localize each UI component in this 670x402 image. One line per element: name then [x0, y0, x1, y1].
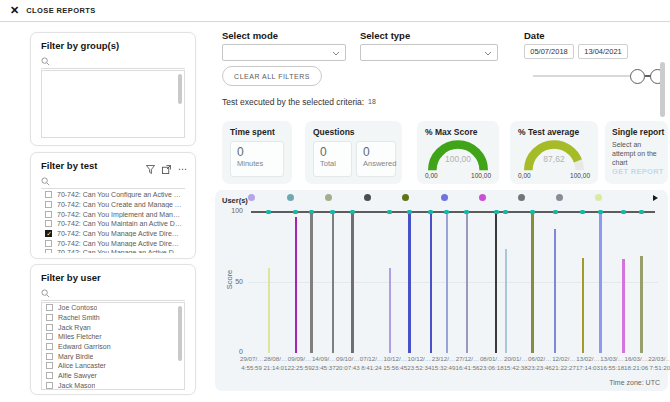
x-axis-label: 14/09/…23:45:37 [312, 355, 336, 372]
test-average-card: % Test average 87,62 0,00 100,00 [510, 121, 598, 184]
test-filter-checkbox[interactable] [45, 240, 52, 247]
test-filter-checkbox[interactable] [45, 220, 52, 227]
legend-user-dot[interactable] [479, 194, 486, 201]
attempt-bar[interactable] [389, 268, 391, 353]
max-score-min: 0,00 [425, 172, 438, 179]
attempt-bar[interactable] [408, 211, 410, 353]
max-score-marker [407, 210, 412, 214]
test-filter-label: 70-742: Can You Manage Active Directory … [57, 230, 182, 237]
legend-user-dot[interactable] [325, 194, 332, 201]
test-filter-checkbox[interactable] [45, 249, 52, 253]
test-filter-item[interactable]: 70-742: Can You Create and Manage Active… [41, 200, 185, 210]
user-filter-item[interactable]: Joe Contoso [42, 303, 184, 313]
user-filter-checkbox[interactable] [46, 314, 53, 321]
attempt-bar[interactable] [332, 211, 334, 353]
x-axis-label: 07/12/…8:41:24 [360, 355, 383, 372]
attempt-bar[interactable] [640, 256, 642, 353]
legend-user-dot[interactable] [402, 194, 409, 201]
filter-users-scrollbar[interactable] [178, 306, 182, 361]
x-axis-label: 08/01/…23:06:18 [480, 355, 504, 372]
x-axis-label: 12/02/…21:22:27 [552, 355, 576, 372]
attempt-bar[interactable] [599, 211, 601, 353]
test-filter-item[interactable]: 70-742: Can You Manage Active Directory … [41, 229, 185, 239]
user-filter-item[interactable]: Rachel Smith [42, 313, 184, 323]
attempt-bar[interactable] [310, 211, 312, 353]
filter-tests-search[interactable] [41, 176, 185, 189]
time-spent-card: Time spent 0 Minutes [222, 121, 292, 184]
x-axis-label: 13/02/…17:14:03 [576, 355, 600, 372]
attempt-bar[interactable] [622, 259, 624, 353]
legend-user-dot[interactable] [556, 194, 563, 201]
legend-label: User(s) [222, 196, 248, 205]
x-axis-label: 06/02/…23:23:46 [528, 355, 552, 372]
user-filter-checkbox[interactable] [46, 362, 53, 369]
attempt-bar[interactable] [531, 211, 533, 353]
user-filter-item[interactable]: Edward Garrison [42, 342, 184, 352]
test-filter-checkbox[interactable] [45, 211, 52, 218]
date-slider-track[interactable] [533, 75, 645, 77]
test-filter-checkbox[interactable] [45, 230, 52, 237]
x-axis-label: 09/09/…22:25:59 [287, 355, 311, 372]
legend-user-dot[interactable] [441, 194, 448, 201]
user-filter-checkbox[interactable] [46, 343, 53, 350]
date-slider-handle-start[interactable] [630, 69, 645, 84]
attempt-bar[interactable] [268, 268, 270, 353]
user-filter-item[interactable]: Mary Birdie [42, 351, 184, 361]
user-filter-label: Jack Mason [58, 382, 95, 389]
more-options-icon[interactable]: ⋯ [178, 166, 187, 173]
user-filter-item[interactable]: Miles Fletcher [42, 332, 184, 342]
user-filter-item[interactable]: Alfie Sawyer [42, 371, 184, 381]
filter-groups-scrollbar[interactable] [178, 74, 182, 104]
date-from-input[interactable]: 05/07/2018 [524, 44, 574, 59]
user-filter-checkbox[interactable] [46, 353, 53, 360]
date-to-input[interactable]: 13/04/2021 [578, 44, 628, 59]
attempt-bar[interactable] [351, 211, 353, 353]
attempt-bar[interactable] [554, 229, 556, 353]
x-axis-label: 09/10/…20:07:43 [336, 355, 360, 372]
user-filter-item[interactable]: Jack Ryan [42, 322, 184, 332]
get-report-button[interactable]: GET REPORT [612, 167, 664, 176]
max-score-marker [266, 210, 271, 214]
max-score-marker [387, 210, 392, 214]
legend-user-dot[interactable] [287, 194, 294, 201]
user-filter-item[interactable]: Alice Lancaster [42, 361, 184, 371]
close-reports-button[interactable]: ✕ CLOSE REPORTS [10, 4, 96, 16]
test-filter-item[interactable]: 70-742: Can You Manage Active Directory … [41, 238, 185, 248]
test-filter-item[interactable]: 70-742: Can You Manage an Active Directo… [41, 248, 185, 253]
filter-users-search[interactable] [41, 288, 185, 301]
test-filter-checkbox[interactable] [45, 201, 52, 208]
attempt-bar[interactable] [295, 217, 297, 353]
legend-user-dot[interactable] [518, 194, 525, 201]
filter-groups-search[interactable] [41, 56, 185, 69]
test-filter-item[interactable]: 70-742: Can You Implement and Manage Gro… [41, 209, 185, 219]
test-filter-item[interactable]: 70-742: Can You Configure an Active Dire… [41, 190, 185, 200]
attempt-bar[interactable] [430, 211, 432, 353]
test-filter-label: 70-742: Can You Create and Manage Active… [57, 201, 182, 208]
user-filter-checkbox[interactable] [46, 324, 53, 331]
questions-total-value: 0 [320, 145, 351, 159]
single-report-body: Select an attempt on the chart [612, 140, 664, 167]
user-filter-checkbox[interactable] [46, 333, 53, 340]
select-type-dropdown[interactable] [360, 44, 498, 61]
user-filter-checkbox[interactable] [46, 372, 53, 379]
attempt-bar[interactable] [466, 211, 468, 353]
user-filter-label: Jack Ryan [58, 324, 91, 331]
user-filter-checkbox[interactable] [46, 304, 53, 311]
user-filter-item[interactable]: Jack Mason [42, 381, 184, 391]
attempt-bar[interactable] [446, 211, 448, 353]
clear-all-filters-button[interactable]: CLEAR ALL FILTERS [222, 66, 322, 86]
time-spent-value: 0 [237, 145, 283, 159]
test-filter-checkbox[interactable] [45, 191, 52, 198]
attempt-bar[interactable] [495, 211, 497, 353]
legend-next-arrow-icon[interactable] [653, 195, 658, 201]
attempt-bar[interactable] [582, 258, 584, 353]
user-filter-label: Miles Fletcher [58, 333, 102, 340]
legend-user-dot[interactable] [364, 194, 371, 201]
test-filter-item[interactable]: 70-742: Can You Maintain an Active Direc… [41, 219, 185, 229]
attempt-bar[interactable] [505, 249, 507, 353]
page-scrollbar[interactable] [660, 62, 665, 117]
user-filter-checkbox[interactable] [46, 382, 53, 389]
legend-user-dot[interactable] [248, 194, 255, 201]
legend-user-dot[interactable] [595, 194, 602, 201]
select-mode-dropdown[interactable] [222, 44, 346, 61]
